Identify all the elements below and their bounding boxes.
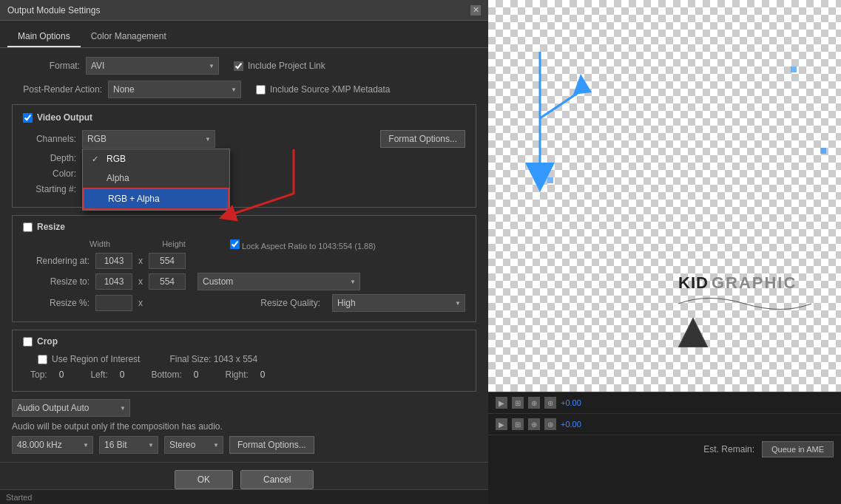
ok-button[interactable]: OK xyxy=(175,470,233,489)
bottom-row-2: ▶ ⊞ ⊕ ⊛ +0.00 xyxy=(488,414,841,435)
dialog-content: Format: AVI QuickTime TIFF Sequence Incl… xyxy=(0,48,488,470)
channels-dropdown-container: RGB Alpha RGB + Alpha ✓ RGB Al xyxy=(82,130,215,148)
rendering-row: Rendering at: x xyxy=(23,253,465,269)
toolbar-icon-7[interactable]: ⊕ xyxy=(528,418,540,430)
resize-to-select-wrapper: Custom xyxy=(197,273,360,290)
dropdown-item-rgb-alpha[interactable]: RGB + Alpha xyxy=(83,188,229,210)
channels-label: Channels: xyxy=(23,134,82,144)
height-col-header: Height xyxy=(162,239,186,251)
rendering-width-input[interactable] xyxy=(95,253,132,269)
width-col-header: Width xyxy=(89,239,110,251)
dialog-overlay: Output Module Settings ✕ Main Options Co… xyxy=(0,0,488,504)
bottom-row-1: ▶ ⊞ ⊕ ⊛ +0.00 xyxy=(488,392,841,414)
toolbar-icon-3[interactable]: ⊕ xyxy=(528,397,540,409)
dropdown-item-rgb[interactable]: ✓ RGB xyxy=(83,149,229,168)
toolbar-icon-8[interactable]: ⊛ xyxy=(544,418,556,430)
video-format-options-button[interactable]: Format Options... xyxy=(380,130,465,148)
bit-depth-select[interactable]: 16 Bit 8 Bit xyxy=(99,436,158,454)
resize-to-select[interactable]: Custom xyxy=(197,273,360,290)
use-roi-label: Use Region of Interest xyxy=(52,354,140,364)
audio-header: Audio Output Auto Audio Output On Audio … xyxy=(12,399,476,417)
format-select-wrapper: AVI QuickTime TIFF Sequence xyxy=(86,57,219,75)
logo-triangle-svg xyxy=(678,318,708,347)
toolbar-icon-4[interactable]: ⊛ xyxy=(544,397,556,409)
toolbar-icon-6[interactable]: ⊞ xyxy=(512,418,524,430)
toolbar-icon-2[interactable]: ⊞ xyxy=(512,397,524,409)
final-size-label: Final Size: 1043 x 554 xyxy=(169,354,257,364)
value2-text: +0.00 xyxy=(561,420,581,429)
rendering-height-input[interactable] xyxy=(149,253,186,269)
video-output-header: Video Output xyxy=(23,112,465,123)
channels-dropdown-menu: ✓ RGB Alpha RGB + Alpha xyxy=(82,149,230,211)
lock-checkbox[interactable] xyxy=(230,239,240,249)
color-label: Color: xyxy=(23,168,82,179)
format-row: Format: AVI QuickTime TIFF Sequence Incl… xyxy=(12,57,476,75)
canvas-area: KID GRAPHIC xyxy=(488,0,841,392)
sample-rate-select[interactable]: 48.000 kHz 44.100 kHz xyxy=(12,436,93,454)
audio-info-row: Audio will be output only if the composi… xyxy=(12,421,476,432)
cancel-button[interactable]: Cancel xyxy=(240,470,314,489)
bottom-toolbar: ▶ ⊞ ⊕ ⊛ +0.00 ▶ ⊞ ⊕ ⊛ +0.00 Est. Remain:… xyxy=(488,392,841,504)
resize-checkbox[interactable] xyxy=(23,222,33,232)
channels-select[interactable]: RGB Alpha RGB + Alpha xyxy=(82,130,215,148)
crop-checkbox[interactable] xyxy=(23,337,33,347)
tab-color-management[interactable]: Color Management xyxy=(81,27,177,47)
audio-output-select-wrapper: Audio Output Auto Audio Output On Audio … xyxy=(12,399,130,417)
deco-square-3 xyxy=(547,177,553,183)
resize-quality-select-wrapper: High Low Medium Best xyxy=(332,294,465,312)
left-value: 0 xyxy=(120,370,125,380)
video-output-section: Video Output Channels: RGB Alpha RGB + A… xyxy=(12,104,476,208)
resize-pct-input[interactable] xyxy=(95,295,132,311)
status-text: Started xyxy=(6,493,32,502)
sample-rate-select-wrapper: 48.000 kHz 44.100 kHz xyxy=(12,436,93,454)
include-xmp-label: Include Source XMP Metadata xyxy=(270,84,391,95)
channels-row: Channels: RGB Alpha RGB + Alpha ✓ RGB xyxy=(23,130,465,148)
resize-to-height-input[interactable] xyxy=(149,273,186,290)
col-headers: Width Height Lock Aspect Ratio to 1043:5… xyxy=(89,239,465,251)
audio-format-options-button[interactable]: Format Options... xyxy=(229,436,314,454)
svg-marker-3 xyxy=(573,74,592,95)
close-button[interactable]: ✕ xyxy=(470,5,481,16)
format-select[interactable]: AVI QuickTime TIFF Sequence xyxy=(86,57,219,75)
dialog-title: Output Module Settings xyxy=(7,5,100,16)
left-label: Left: xyxy=(90,370,107,380)
video-output-title: Video Output xyxy=(37,112,92,123)
audio-output-select[interactable]: Audio Output Auto Audio Output On Audio … xyxy=(12,399,130,417)
logo-triangle-row xyxy=(678,318,811,347)
post-render-select-wrapper: None Import xyxy=(108,81,241,98)
toolbar-icon-1[interactable]: ▶ xyxy=(496,397,507,409)
crop-section: Crop Use Region of Interest Final Size: … xyxy=(12,330,476,392)
audio-info-text: Audio will be output only if the composi… xyxy=(12,421,223,432)
bottom-value: 0 xyxy=(194,370,199,380)
post-render-select[interactable]: None Import xyxy=(108,81,241,98)
top-value: 0 xyxy=(59,370,64,380)
bit-depth-select-wrapper: 16 Bit 8 Bit xyxy=(99,436,158,454)
resize-to-row: Resize to: x Custom xyxy=(23,273,465,290)
rendering-label: Rendering at: xyxy=(23,256,89,266)
use-roi-checkbox[interactable] xyxy=(38,355,47,364)
audio-section: Audio Output Auto Audio Output On Audio … xyxy=(12,399,476,454)
video-output-checkbox[interactable] xyxy=(23,113,33,123)
blue-arrow-graphic xyxy=(496,44,644,266)
checkmark-icon: ✓ xyxy=(92,154,102,164)
resize-to-width-input[interactable] xyxy=(95,273,132,290)
resize-quality-select[interactable]: High Low Medium Best xyxy=(332,294,465,312)
audio-channels-select[interactable]: Stereo Mono xyxy=(164,436,223,454)
dropdown-item-alpha[interactable]: Alpha xyxy=(83,168,229,188)
queue-in-ame-button[interactable]: Queue in AME xyxy=(762,441,834,457)
tabs-container: Main Options Color Management xyxy=(0,21,488,48)
value1-text: +0.00 xyxy=(561,398,581,407)
tab-main-options[interactable]: Main Options xyxy=(7,27,81,47)
bottom-label: Bottom: xyxy=(151,370,181,380)
include-project-link-label: Include Project Link xyxy=(248,61,325,71)
include-project-link-checkbox[interactable] xyxy=(234,61,243,71)
include-project-link-row: Include Project Link xyxy=(234,61,325,71)
resize-pct-label: Resize %: xyxy=(23,298,89,308)
logo-text-kid: KID xyxy=(678,273,709,293)
depth-label: Depth: xyxy=(23,153,82,163)
post-render-row: Post-Render Action: None Import Include … xyxy=(12,81,476,98)
toolbar-icon-5[interactable]: ▶ xyxy=(496,418,507,430)
resize-to-label: Resize to: xyxy=(23,276,89,287)
resize-header: Resize xyxy=(23,222,465,232)
include-xmp-checkbox[interactable] xyxy=(256,85,266,95)
